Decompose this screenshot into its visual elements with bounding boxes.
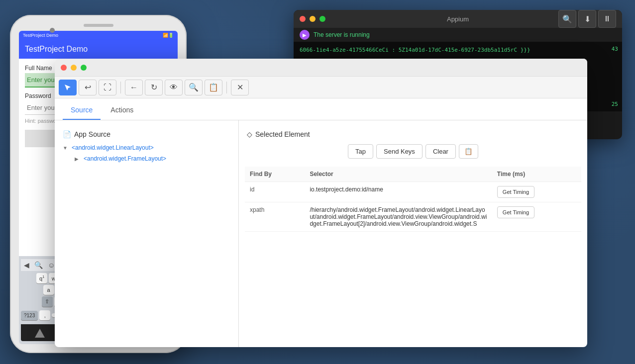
selector-xpath-value: /hierarchy/android.widget.FrameLayout/an… bbox=[305, 202, 492, 232]
inspector-toolbar: ↩ ⛶ ← ↻ 👁 🔍 📋 ✕ bbox=[55, 77, 587, 98]
phone-app-header: TestProject Demo bbox=[19, 40, 178, 59]
phone-back-button[interactable] bbox=[35, 329, 45, 338]
element-actions: Tap Send Keys Clear 📋 bbox=[245, 144, 581, 159]
kb-shift-icon[interactable]: ⇧ bbox=[42, 296, 53, 307]
phone-notch bbox=[19, 24, 178, 27]
minimize-window-button[interactable] bbox=[310, 16, 316, 22]
source-pane: 📄 App Source ▼ <android.widget.LinearLay… bbox=[55, 120, 239, 347]
tap-button[interactable]: Tap bbox=[348, 144, 373, 159]
server-status-text: The server is running bbox=[314, 31, 370, 38]
element-table: Find By Selector Time (ms) id io.testpro… bbox=[245, 167, 581, 232]
inspector-maximize-button[interactable] bbox=[81, 65, 87, 71]
server-status-icon: ▶ bbox=[300, 30, 310, 40]
tree-arrow-frame: ▶ bbox=[75, 156, 81, 162]
search-server-button[interactable]: 🔍 bbox=[558, 10, 576, 28]
selected-element-header: ◇ Selected Element bbox=[245, 126, 581, 144]
tree-tag-linear: <android.widget.LinearLayout> bbox=[72, 144, 154, 151]
find-by-header: Find By bbox=[245, 167, 305, 182]
kb-num-switch[interactable]: ?123 bbox=[21, 311, 38, 320]
time-ms-header: Time (ms) bbox=[492, 167, 581, 182]
source-tab[interactable]: Source bbox=[63, 101, 101, 120]
console-line-number-25: 25 bbox=[612, 101, 618, 107]
toolbar-divider-2 bbox=[226, 82, 227, 93]
toolbar-divider-1 bbox=[120, 82, 121, 93]
find-by-id: id bbox=[245, 182, 305, 202]
maximize-window-button[interactable] bbox=[319, 16, 325, 22]
app-source-icon: 📄 bbox=[63, 130, 71, 138]
phone-time: TestProject Demo bbox=[23, 33, 58, 38]
phone-status-icons: 📶🔋 bbox=[163, 33, 174, 38]
phone-speaker bbox=[84, 24, 113, 27]
phone-statusbar: TestProject Demo 📶🔋 bbox=[19, 31, 178, 40]
get-timing-id-button[interactable]: Get Timing bbox=[497, 186, 534, 198]
kb-search-icon[interactable]: 🔍 bbox=[34, 261, 43, 269]
kb-back-icon[interactable]: ◀ bbox=[24, 261, 29, 269]
kb-emoji-icon[interactable]: ☺ bbox=[48, 261, 55, 269]
inspector-titlebar bbox=[55, 59, 587, 77]
server-status-bar: ▶ The server is running bbox=[294, 28, 622, 42]
timing-cell-xpath: Get Timing bbox=[492, 202, 581, 232]
inspector-window: ↩ ⛶ ← ↻ 👁 🔍 📋 ✕ Source Actions 📄 App Sou… bbox=[55, 59, 587, 347]
clear-button[interactable]: Clear bbox=[425, 144, 456, 159]
tree-item-linear-layout[interactable]: ▼ <android.widget.LinearLayout> bbox=[55, 142, 238, 153]
swipe-tool-button[interactable]: ↩ bbox=[79, 80, 97, 95]
back-button[interactable]: ← bbox=[125, 80, 143, 95]
visibility-button[interactable]: 👁 bbox=[165, 80, 183, 95]
actions-tab[interactable]: Actions bbox=[103, 101, 141, 120]
inspector-close-button[interactable] bbox=[61, 65, 67, 71]
console-line-1: 6066-1ie4-a5ze-41755466CeCi : 5Z14a01d-1… bbox=[300, 46, 616, 55]
inspector-main: 📄 App Source ▼ <android.widget.LinearLay… bbox=[55, 120, 587, 347]
kb-comma[interactable]: , bbox=[39, 310, 50, 320]
close-window-button[interactable] bbox=[300, 16, 306, 22]
find-by-xpath: xpath bbox=[245, 202, 305, 232]
console-line-number-43: 43 bbox=[612, 46, 618, 52]
pause-server-button[interactable]: ⏸ bbox=[598, 10, 616, 28]
copy-xml-button[interactable]: 📋 bbox=[205, 80, 222, 95]
tree-arrow-linear: ▼ bbox=[63, 145, 69, 151]
send-keys-button[interactable]: Send Keys bbox=[376, 144, 423, 159]
download-server-button[interactable]: ⬇ bbox=[578, 10, 596, 28]
close-inspector-button[interactable]: ✕ bbox=[231, 80, 249, 95]
inspector-minimize-button[interactable] bbox=[71, 65, 77, 71]
refresh-button[interactable]: ↻ bbox=[145, 80, 163, 95]
inspector-tabs: Source Actions bbox=[55, 98, 587, 120]
fullscreen-button[interactable]: ⛶ bbox=[99, 80, 116, 95]
timing-cell-id: Get Timing bbox=[492, 182, 581, 202]
selected-element-pane: ◇ Selected Element Tap Send Keys Clear 📋… bbox=[239, 120, 587, 347]
table-row: id io.testproject.demo:id/name Get Timin… bbox=[245, 182, 581, 202]
kb-key-1[interactable]: q1 bbox=[36, 273, 47, 283]
phone-app-title: TestProject Demo bbox=[25, 45, 88, 53]
search-element-button[interactable]: 🔍 bbox=[185, 80, 203, 95]
tree-tag-frame: <android.widget.FrameLayout> bbox=[84, 155, 166, 162]
app-source-header: 📄 App Source bbox=[55, 126, 238, 142]
phone-camera bbox=[50, 28, 55, 33]
selector-header: Selector bbox=[305, 167, 492, 182]
select-tool-button[interactable] bbox=[59, 80, 77, 95]
table-row: xpath /hierarchy/android.widget.FrameLay… bbox=[245, 202, 581, 232]
kb-key-a[interactable]: a bbox=[43, 285, 54, 295]
appium-server-titlebar: Appium 🔍 ⬇ ⏸ bbox=[294, 10, 622, 28]
server-toolbar-buttons: 🔍 ⬇ ⏸ bbox=[558, 10, 616, 28]
selected-element-icon: ◇ bbox=[247, 130, 252, 138]
tree-item-frame-layout[interactable]: ▶ <android.widget.FrameLayout> bbox=[67, 153, 238, 164]
appium-server-title: Appium bbox=[447, 15, 469, 23]
selector-id-value: io.testproject.demo:id/name bbox=[305, 182, 492, 202]
copy-element-button[interactable]: 📋 bbox=[459, 144, 478, 159]
get-timing-xpath-button[interactable]: Get Timing bbox=[497, 206, 534, 218]
